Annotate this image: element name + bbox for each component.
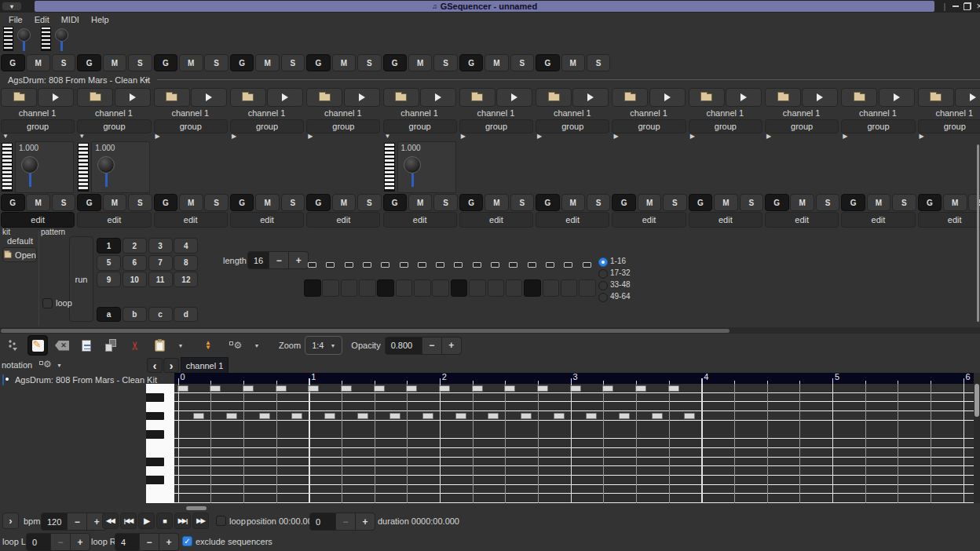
note[interactable]	[521, 413, 532, 420]
zoom-select[interactable]: 1:4 ▼	[305, 336, 342, 355]
piano-keyboard[interactable]	[146, 384, 174, 503]
group-toggle-3[interactable]: G	[230, 54, 254, 71]
note[interactable]	[193, 413, 204, 420]
paste-button[interactable]	[149, 335, 170, 356]
page-radio-17-32[interactable]	[598, 269, 608, 279]
tab-next-button[interactable]: ›	[163, 358, 179, 373]
edit-toggle-12[interactable]: edit	[918, 212, 980, 228]
channel-group-button-8[interactable]: group	[612, 119, 686, 133]
note[interactable]	[341, 385, 352, 392]
position-spinner-value[interactable]: 0	[310, 513, 335, 530]
select-button[interactable]	[76, 335, 97, 356]
solo-toggle-7[interactable]: S	[587, 194, 611, 211]
channel-expander-4[interactable]: ▶	[308, 133, 313, 140]
solo-toggle-5[interactable]: S	[433, 54, 458, 71]
position-spinner-increment[interactable]: +	[355, 513, 375, 530]
mute-toggle-6[interactable]: M	[485, 194, 509, 211]
mute-toggle-5[interactable]: M	[408, 194, 433, 211]
mute-toggle-2[interactable]: M	[179, 194, 203, 211]
mute-toggle-1[interactable]: M	[103, 54, 127, 71]
channel-volume-knob-1[interactable]	[97, 156, 115, 173]
length-spinner-decrement[interactable]: −	[269, 252, 288, 268]
mute-toggle-7[interactable]: M	[561, 194, 586, 211]
titlebar-plate[interactable]: ♫ GSequencer - unnamed	[35, 1, 934, 12]
opacity-spinner-decrement[interactable]: −	[422, 338, 441, 354]
master-volume-knob-1[interactable]	[55, 28, 68, 42]
channel-play-button-2[interactable]	[191, 88, 227, 107]
bank-button-2[interactable]: 2	[122, 238, 147, 254]
channel-group-button-9[interactable]: group	[689, 119, 762, 133]
group-toggle-7[interactable]: G	[536, 54, 560, 71]
note[interactable]	[652, 413, 663, 420]
channel-expander-0[interactable]: ▼	[2, 133, 9, 140]
pattern-pad-7[interactable]	[414, 279, 431, 297]
bank-button-5[interactable]: 5	[97, 255, 121, 271]
group-toggle-2[interactable]: G	[154, 194, 178, 211]
channel-expander-10[interactable]: ▶	[766, 133, 771, 140]
pattern-pad-13[interactable]	[524, 279, 541, 297]
page-radio-49-64[interactable]	[598, 293, 608, 302]
edit-toggle-11[interactable]: edit	[841, 212, 915, 228]
loop-l-spinner-decrement[interactable]: −	[50, 534, 70, 550]
pattern-pad-3[interactable]	[341, 279, 358, 297]
position-spinner[interactable]: 0−+	[309, 513, 375, 531]
bank-button-1[interactable]: 1	[97, 238, 121, 254]
channel-group-button-12[interactable]: group	[918, 119, 980, 133]
note[interactable]	[586, 413, 597, 420]
channel-group-button-1[interactable]: group	[77, 119, 151, 133]
channel-play-button-1[interactable]	[115, 88, 151, 107]
menu-item-midi[interactable]: MIDI	[59, 15, 82, 24]
channel-open-button-12[interactable]	[918, 88, 954, 107]
bank-letter-a[interactable]: a	[97, 307, 121, 322]
notation-selector-icon[interactable]: ⚙	[39, 359, 52, 370]
note[interactable]	[570, 385, 581, 392]
bank-button-4[interactable]: 4	[174, 238, 198, 254]
close-button[interactable]: ×	[974, 2, 980, 11]
note[interactable]	[684, 413, 695, 420]
transport-loop-checkbox[interactable]	[216, 516, 226, 526]
channel-open-button-9[interactable]	[689, 88, 725, 107]
channel-group-button-7[interactable]: group	[536, 119, 609, 133]
window-menu-button[interactable]: ▾	[2, 2, 22, 11]
channel-expander-1[interactable]: ▼	[79, 133, 85, 140]
edit-toggle-1[interactable]: edit	[77, 212, 151, 228]
channel-volume-slider-0[interactable]: 1.000	[15, 141, 74, 193]
run-button[interactable]: run	[69, 236, 93, 322]
group-toggle-0[interactable]: G	[1, 194, 25, 211]
minimize-button[interactable]	[950, 2, 961, 11]
mute-toggle-2[interactable]: M	[179, 54, 203, 71]
mute-toggle-0[interactable]: M	[26, 194, 50, 211]
note[interactable]	[619, 413, 630, 420]
pattern-pad-9[interactable]	[451, 279, 468, 297]
tab-channel-1[interactable]: channel 1	[181, 357, 229, 373]
edit-toggle-3[interactable]: edit	[230, 212, 304, 228]
pattern-pad-15[interactable]	[561, 279, 578, 297]
channel-open-button-2[interactable]	[154, 88, 190, 107]
channel-group-button-5[interactable]: group	[383, 119, 457, 133]
note[interactable]	[210, 385, 221, 392]
channel-expander-9[interactable]: ▶	[690, 133, 695, 140]
group-toggle-7[interactable]: G	[536, 194, 560, 211]
note[interactable]	[308, 385, 319, 392]
note[interactable]	[472, 385, 483, 392]
note[interactable]	[226, 413, 237, 420]
note[interactable]	[276, 385, 287, 392]
loop-l-spinner-value[interactable]: 0	[27, 534, 50, 550]
length-spinner-value[interactable]: 16	[248, 252, 269, 268]
notation-hscrollbar[interactable]	[174, 505, 974, 512]
note[interactable]	[291, 413, 302, 420]
channel-open-button-1[interactable]	[77, 88, 113, 107]
note[interactable]	[357, 413, 368, 420]
loop-r-spinner[interactable]: 4−+	[115, 533, 179, 551]
loop-r-spinner-value[interactable]: 4	[115, 534, 139, 550]
length-spinner[interactable]: 16−+	[247, 251, 309, 269]
mute-toggle-4[interactable]: M	[332, 54, 357, 71]
position-spinner-decrement[interactable]: −	[335, 513, 355, 530]
group-toggle-6[interactable]: G	[459, 54, 484, 71]
group-toggle-1[interactable]: G	[77, 54, 101, 71]
note[interactable]	[374, 385, 385, 392]
pattern-pad-6[interactable]	[396, 279, 413, 297]
solo-toggle-2[interactable]: S	[204, 194, 229, 211]
master-volume-slider-0[interactable]	[16, 26, 33, 53]
solo-toggle-0[interactable]: S	[52, 54, 76, 71]
